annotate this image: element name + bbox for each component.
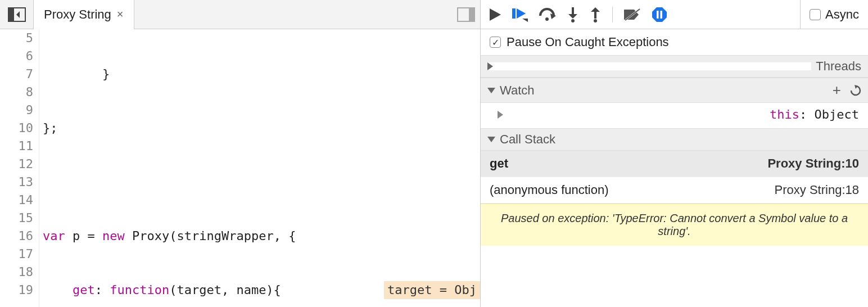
- svg-marker-20: [652, 7, 667, 22]
- line-number: 19: [0, 281, 33, 299]
- svg-marker-2: [16, 11, 20, 18]
- step-into-button[interactable]: [539, 8, 556, 21]
- line-number: 9: [0, 101, 33, 119]
- inline-value-hint: target = Obj: [384, 281, 480, 299]
- play-icon: [490, 8, 501, 21]
- chevron-down-icon: [487, 137, 495, 142]
- frame-location: Proxy String:18: [775, 183, 859, 197]
- svg-marker-12: [568, 14, 577, 19]
- step-over-button[interactable]: [512, 7, 528, 22]
- sidebar-right-icon: [458, 8, 474, 21]
- svg-marker-8: [522, 19, 528, 22]
- svg-point-10: [545, 17, 549, 21]
- step-into-icon: [539, 8, 556, 21]
- svg-point-13: [571, 19, 575, 22]
- frame-name: (anonymous function): [490, 183, 609, 197]
- chevron-down-icon: [487, 88, 495, 93]
- add-watch-button[interactable]: +: [833, 82, 841, 99]
- svg-marker-5: [490, 8, 501, 21]
- code-body[interactable]: } }; var p = new Proxy(stringWrapper, { …: [39, 29, 480, 307]
- watch-key: this: [770, 107, 799, 121]
- chevron-right-icon: [498, 111, 764, 119]
- frame-location: Proxy String:10: [767, 156, 859, 171]
- deactivate-breakpoints-button[interactable]: [624, 8, 641, 21]
- pause-on-caught-label: Pause On Caught Exceptions: [507, 35, 669, 49]
- line-number: 17: [0, 245, 33, 263]
- frame-name: get: [490, 156, 508, 171]
- refresh-watch-button[interactable]: [850, 82, 861, 99]
- watch-value: Object: [815, 107, 859, 121]
- svg-rect-22: [661, 11, 663, 19]
- refresh-icon: [850, 85, 861, 96]
- code-line: [39, 173, 480, 191]
- line-number: 6: [0, 47, 33, 65]
- section-title: Watch: [500, 83, 535, 98]
- threads-section-header[interactable]: Threads: [481, 55, 868, 78]
- code-line: var p = new Proxy(stringWrapper, {: [39, 227, 480, 245]
- sidebar-left-icon: [8, 8, 25, 21]
- arrow-down-icon: [567, 7, 578, 22]
- step-over-icon: [512, 7, 528, 22]
- source-tab[interactable]: Proxy String ×: [34, 0, 134, 29]
- pause-message: Paused on exception: 'TypeError: Cannot …: [481, 204, 868, 246]
- line-number: 5: [0, 29, 33, 47]
- stack-frame[interactable]: get Proxy String:10: [481, 151, 868, 177]
- pause-on-caught-row[interactable]: Pause On Caught Exceptions: [481, 29, 868, 55]
- watch-section-header[interactable]: Watch +: [481, 78, 868, 103]
- separator: [612, 7, 613, 22]
- arrow-up-icon: [590, 7, 601, 22]
- line-number: 10: [0, 119, 33, 137]
- line-number: 12: [0, 155, 33, 173]
- toggle-debugger-button[interactable]: [458, 0, 474, 29]
- svg-marker-7: [517, 8, 526, 19]
- svg-rect-1: [8, 8, 14, 21]
- svg-rect-4: [469, 8, 474, 21]
- chevron-right-icon: [487, 62, 811, 70]
- line-gutter: 5 6 7 8 9 10 11 12 13 14 15 16 17 18 19: [0, 29, 39, 307]
- watch-item[interactable]: this: Object: [481, 103, 868, 128]
- section-title: Threads: [816, 59, 861, 74]
- pause-on-exceptions-button[interactable]: [652, 7, 667, 22]
- svg-rect-21: [657, 11, 659, 19]
- close-icon[interactable]: ×: [117, 8, 124, 21]
- source-pane: Proxy String × 5 6 7 8 9 10 11 12 13 14 …: [0, 0, 481, 307]
- checkbox-icon[interactable]: [810, 9, 821, 20]
- section-title: Call Stack: [500, 132, 555, 147]
- async-label: Async: [825, 7, 859, 22]
- stack-frame[interactable]: (anonymous function) Proxy String:18: [481, 177, 868, 204]
- line-number: 7: [0, 65, 33, 83]
- resume-button[interactable]: [490, 8, 501, 21]
- tab-title: Proxy String: [44, 7, 111, 22]
- step-out-button[interactable]: [590, 7, 601, 22]
- debugger-toolbar: Async: [481, 0, 868, 29]
- breakpoints-off-icon: [624, 8, 641, 21]
- debugger-pane: Async Pause On Caught Exceptions Threads…: [481, 0, 868, 307]
- pause-exceptions-icon: [652, 7, 667, 22]
- step-in-button[interactable]: [567, 7, 578, 22]
- line-number: 8: [0, 83, 33, 101]
- code-line: get: function(target, name){target = Obj: [39, 281, 480, 299]
- toggle-navigator-button[interactable]: [0, 0, 34, 29]
- code-editor[interactable]: 5 6 7 8 9 10 11 12 13 14 15 16 17 18 19 …: [0, 29, 480, 307]
- tab-bar: Proxy String ×: [0, 0, 480, 29]
- async-toggle[interactable]: Async: [800, 0, 859, 29]
- line-number: 18: [0, 263, 33, 281]
- line-number: 11: [0, 137, 33, 155]
- svg-point-16: [594, 19, 597, 22]
- line-number: 13: [0, 173, 33, 191]
- callstack-section-header[interactable]: Call Stack: [481, 128, 868, 151]
- line-number: 16: [0, 227, 33, 245]
- checkbox-icon[interactable]: [490, 37, 501, 48]
- line-number: 15: [0, 209, 33, 227]
- code-line: };: [39, 119, 480, 137]
- code-line: }: [39, 65, 480, 83]
- svg-rect-6: [512, 8, 516, 19]
- line-number: 14: [0, 191, 33, 209]
